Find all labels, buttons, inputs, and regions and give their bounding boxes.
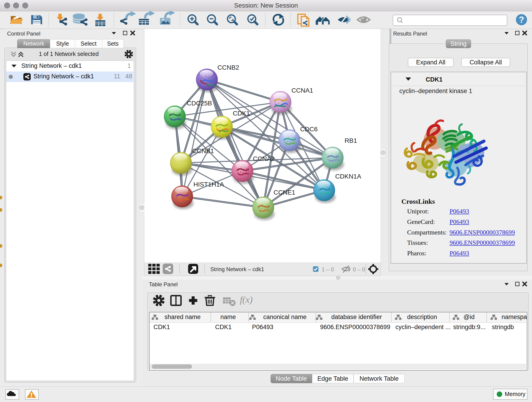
svg-text:CCNB2: CCNB2: [217, 64, 239, 71]
svg-text:CCNA1: CCNA1: [291, 87, 313, 94]
svg-text:RB1: RB1: [345, 137, 357, 144]
svg-text:CDK1: CDK1: [233, 110, 250, 117]
svg-text:CDC6: CDC6: [300, 126, 317, 133]
svg-text:CDC25B: CDC25B: [187, 100, 212, 107]
svg-text:?: ?: [519, 15, 524, 25]
svg-text:CCNB1: CCNB1: [192, 147, 214, 154]
svg-text:CDKN1A: CDKN1A: [335, 173, 361, 180]
svg-text:HIST1H1A: HIST1H1A: [193, 181, 224, 188]
svg-text:CCNE1: CCNE1: [273, 189, 295, 196]
svg-text:CCNA2: CCNA2: [253, 155, 275, 162]
